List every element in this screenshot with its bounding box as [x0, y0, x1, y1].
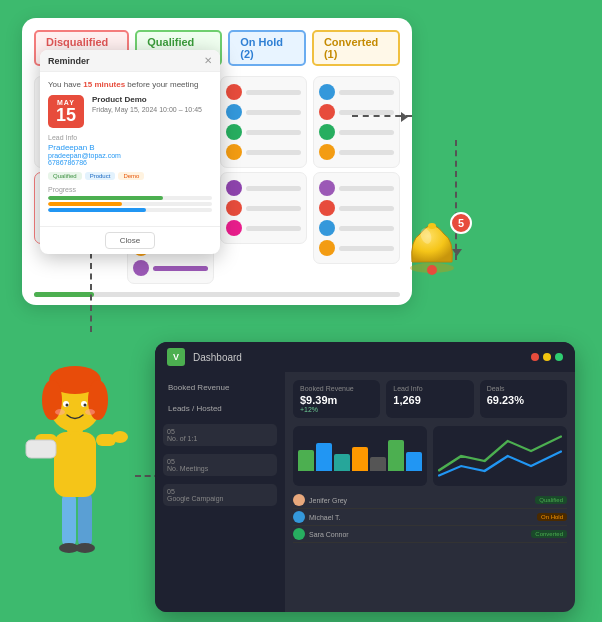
- modal-header: Reminder ✕: [40, 50, 220, 72]
- bell-badge: 5: [450, 212, 472, 234]
- metric-card-revenue: Booked Revenue $9.39m +12%: [293, 380, 380, 418]
- lead-info: Lead Info Pradeepan B pradeepan@topaz.co…: [48, 134, 212, 166]
- avatar: [133, 260, 149, 276]
- nav-item-booked[interactable]: Booked Revenue: [163, 380, 277, 395]
- status-badge: Converted: [531, 530, 567, 538]
- avatar: [293, 494, 305, 506]
- progress-section: Progress: [48, 186, 212, 212]
- svg-point-21: [84, 404, 87, 407]
- row-line: [246, 130, 301, 135]
- progress-bar-1: [48, 196, 212, 200]
- svg-point-20: [66, 404, 69, 407]
- kanban-row: [319, 238, 394, 258]
- avatar: [319, 124, 335, 140]
- kanban-row: [226, 102, 301, 122]
- kanban-row: [319, 102, 394, 122]
- bar: [370, 457, 386, 471]
- avatar: [319, 220, 335, 236]
- reminder-modal: Reminder ✕ You have 15 minutes before yo…: [40, 50, 220, 254]
- close-button[interactable]: Close: [105, 232, 155, 249]
- row-line: [246, 150, 301, 155]
- svg-point-1: [427, 265, 437, 275]
- row-line: [246, 226, 301, 231]
- event-time: Friday, May 15, 2024 10:00 – 10:45: [92, 106, 212, 113]
- dashboard-card: V Dashboard Booked Revenue Leads / Hoste…: [155, 342, 575, 612]
- progress-label: Progress: [48, 186, 212, 193]
- avatar: [319, 240, 335, 256]
- tab-converted[interactable]: Converted (1): [312, 30, 400, 66]
- row-line: [339, 246, 394, 251]
- table-row: Jenifer Grey Qualified: [293, 492, 567, 509]
- bar: [298, 450, 314, 471]
- svg-point-22: [55, 409, 65, 415]
- progress-bar-3: [48, 208, 212, 212]
- avatar: [226, 144, 242, 160]
- dashboard-logo: V: [167, 348, 185, 366]
- svg-point-12: [112, 431, 128, 443]
- row-line: [339, 226, 394, 231]
- bell-body: 5: [402, 220, 462, 285]
- nav-item-leads[interactable]: Leads / Hosted: [163, 401, 277, 416]
- table-row: Sara Connor Converted: [293, 526, 567, 543]
- svg-point-7: [75, 543, 95, 553]
- mini-metric-3: 05 Google Campaign: [163, 484, 277, 506]
- svg-point-2: [428, 223, 436, 229]
- close-icon[interactable]: ✕: [204, 55, 212, 66]
- lead-label: Lead Info: [48, 134, 212, 141]
- avatar: [226, 220, 242, 236]
- close-button[interactable]: [531, 353, 539, 361]
- progress-fill: [48, 208, 146, 212]
- maximize-button[interactable]: [555, 353, 563, 361]
- dashboard-main: Booked Revenue $9.39m +12% Lead Info 1,2…: [285, 372, 575, 612]
- avatar: [319, 200, 335, 216]
- dashboard-header: V Dashboard: [155, 342, 575, 372]
- metric-label: 05: [167, 458, 273, 465]
- progress-bar-2: [48, 202, 212, 206]
- character-illustration: [10, 322, 140, 562]
- kanban-row: [226, 218, 301, 238]
- kanban-group: [220, 76, 307, 168]
- status-badge: Qualified: [535, 496, 567, 504]
- metric-card-deals: Deals 69.23%: [480, 380, 567, 418]
- metric-value: $9.39m: [300, 394, 373, 406]
- metric-desc: No. Meetings: [167, 465, 273, 472]
- tag-demo: Demo: [118, 172, 144, 180]
- dashboard-body: Booked Revenue Leads / Hosted 05 No. of …: [155, 372, 575, 612]
- dashboard-sidebar: Booked Revenue Leads / Hosted 05 No. of …: [155, 372, 285, 612]
- tag-qualified: Qualified: [48, 172, 82, 180]
- row-line: [153, 266, 208, 271]
- metric-label: Booked Revenue: [300, 385, 373, 392]
- tab-onhold[interactable]: On Hold (2): [228, 30, 306, 66]
- modal-title: Reminder: [48, 56, 90, 66]
- kanban-col-onhold: [220, 76, 307, 284]
- kanban-row: [133, 258, 208, 278]
- lead-phone: 6786786786: [48, 159, 212, 166]
- progress-fill: [48, 196, 163, 200]
- lead-name: Pradeepan B: [48, 143, 212, 152]
- row-line: [246, 206, 301, 211]
- row-line: [246, 186, 301, 191]
- svg-point-23: [85, 409, 95, 415]
- event-info: Product Demo Friday, May 15, 2024 10:00 …: [92, 95, 212, 128]
- row-line: [339, 186, 394, 191]
- svg-rect-10: [26, 440, 56, 458]
- row-line: [339, 150, 394, 155]
- svg-rect-4: [62, 492, 76, 547]
- table-row: Michael T. On Hold: [293, 509, 567, 526]
- tag-product: Product: [85, 172, 116, 180]
- avatar: [226, 124, 242, 140]
- metric-card-leads: Lead Info 1,269: [386, 380, 473, 418]
- bar: [334, 454, 350, 472]
- row-name: Sara Connor: [309, 531, 527, 538]
- scroll-bar[interactable]: [34, 292, 400, 297]
- tags-row: Qualified Product Demo: [48, 172, 212, 180]
- bar: [352, 447, 368, 472]
- row-line: [246, 110, 301, 115]
- minimize-button[interactable]: [543, 353, 551, 361]
- kanban-group: [313, 76, 400, 168]
- kanban-group: [220, 172, 307, 244]
- avatar: [226, 104, 242, 120]
- metric-label: 05: [167, 428, 273, 435]
- modal-body: You have 15 minutes before your meeting …: [40, 72, 220, 226]
- mini-metric-2: 05 No. Meetings: [163, 454, 277, 476]
